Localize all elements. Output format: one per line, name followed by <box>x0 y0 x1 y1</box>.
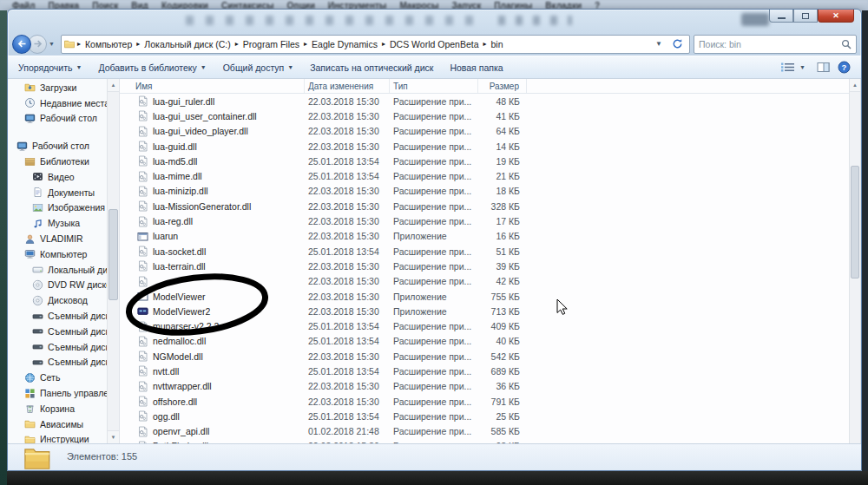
back-button[interactable] <box>12 35 31 54</box>
breadcrumb-segment[interactable]: bin <box>489 39 506 49</box>
file-date: 01.02.2018 21:48 <box>305 424 390 439</box>
close-button[interactable]: ✕ <box>818 10 854 23</box>
file-size: 791 КБ <box>478 394 527 409</box>
search-input[interactable] <box>699 39 841 49</box>
column-header-1[interactable]: Дата изменения <box>305 79 390 93</box>
file-row[interactable]: NGModel.dll22.03.2018 15:30Расширение пр… <box>120 349 849 364</box>
sidebar-item-корзина[interactable]: Корзина <box>8 401 107 416</box>
sidebar-item-музыка[interactable]: Музыка <box>8 215 107 231</box>
sidebar-item-инструкции[interactable]: Инструкции <box>8 432 107 443</box>
file-size: 64 КБ <box>478 124 527 139</box>
maximize-button[interactable] <box>793 10 818 23</box>
views-icon[interactable] <box>780 62 795 73</box>
sidebar-item-vladimir[interactable]: VLADIMIR <box>8 231 107 246</box>
file-row[interactable]: nedmalloc.dll25.01.2018 13:54Расширение … <box>120 334 849 349</box>
dll-file-icon <box>137 426 148 437</box>
file-row[interactable]: lua-reg.dll22.03.2018 15:30Расширение пр… <box>120 213 849 228</box>
file-row[interactable]: ogg.dll25.01.2018 13:54Расширение при...… <box>120 409 849 423</box>
sidebar-item-съемный-диск[interactable]: Съемный диск <box>8 324 107 339</box>
file-row[interactable]: nvtt.dll25.01.2018 13:54Расширение при..… <box>120 364 849 378</box>
sidebar-item-dvd-rw-диско[interactable]: DVD RW диско <box>8 278 107 293</box>
file-row[interactable]: lua-gui_ruler.dll22.03.2018 15:30Расшире… <box>120 94 849 108</box>
sidebar-item-рабочий-стол[interactable]: Рабочий стол <box>8 111 107 127</box>
file-name: luarun <box>153 231 178 241</box>
file-row[interactable]: openvr_api.dll01.02.2018 21:48Расширение… <box>120 424 849 439</box>
scroll-down-icon[interactable]: ▼ <box>108 430 119 443</box>
breadcrumb-segment[interactable]: DCS World OpenBeta <box>387 39 482 49</box>
sidebar-item-локальный-ди[interactable]: Локальный ди <box>8 262 107 278</box>
scrollbar-thumb[interactable] <box>108 209 118 300</box>
file-row[interactable]: lua-md5.dll25.01.2018 13:54Расширение пр… <box>120 154 849 168</box>
breadcrumb-segment[interactable]: Eagle Dynamics <box>309 39 380 49</box>
file-row[interactable]: lua-gui_video_player.dll22.03.2018 15:30… <box>120 124 849 139</box>
file-type: Приложение <box>390 229 478 244</box>
scrollbar-thumb[interactable] <box>851 166 859 279</box>
file-name: NGModel.dll <box>153 351 203 362</box>
sidebar-item-авиасимы[interactable]: Авиасимы <box>8 416 107 432</box>
breadcrumb-segment[interactable]: Компьютер <box>82 39 135 49</box>
sidebar-item-съемный-диск[interactable]: Съемный диск <box>8 339 107 355</box>
refresh-icon[interactable] <box>667 38 687 49</box>
file-row[interactable]: ModelViewer222.03.2018 15:30Приложение71… <box>120 304 849 318</box>
sidebar-item-документы[interactable]: Документы <box>8 185 107 200</box>
dll-file-icon <box>137 351 148 362</box>
file-type: Расширение при... <box>390 199 478 213</box>
sidebar-item-библиотеки[interactable]: Библиотеки <box>8 154 107 169</box>
preview-pane-icon[interactable] <box>817 62 830 73</box>
file-row[interactable]: offshore.dll22.03.2018 15:30Расширение п… <box>120 394 849 409</box>
file-row[interactable]: lua-terrain.dll22.03.2018 15:30Расширени… <box>120 259 849 273</box>
file-row[interactable]: 22.03.2018 15:30Расширение при...42 КБ <box>120 274 849 289</box>
toolbar-button[interactable]: Общий доступ▼ <box>223 62 293 73</box>
sidebar-scrollbar[interactable]: ▲ ▼ <box>107 79 120 443</box>
file-row[interactable]: luarun22.03.2018 15:30Приложение16 КБ <box>120 229 849 244</box>
minimize-button[interactable] <box>769 10 793 23</box>
file-row[interactable]: ModelViewer22.03.2018 15:30Приложение755… <box>120 289 849 304</box>
sidebar-item-дисковод[interactable]: Дисковод <box>8 292 107 308</box>
sidebar-item-label: Инструкции <box>40 434 89 443</box>
column-header-2[interactable]: Тип <box>390 79 478 93</box>
file-row[interactable]: lua-mime.dll25.01.2018 13:54Расширение п… <box>120 168 849 183</box>
sidebar-item-недавние-места[interactable]: Недавние места <box>8 95 107 111</box>
views-dropdown-icon[interactable]: ▼ <box>798 64 809 70</box>
sidebar-item-съемный-диск[interactable]: Съемный диск <box>8 308 107 324</box>
sidebar-item-загрузки[interactable]: Загрузки <box>8 80 107 95</box>
toolbar-button[interactable]: Записать на оптический диск <box>310 62 433 73</box>
address-bar[interactable]: ▸Компьютер▸Локальный диск (C:)▸Program F… <box>61 35 690 54</box>
column-header-3[interactable]: Размер <box>478 79 527 93</box>
file-type: Расширение при... <box>390 94 478 108</box>
file-name: lua-gui_video_player.dll <box>153 126 248 136</box>
scroll-up-icon[interactable]: ▲ <box>850 79 860 92</box>
help-icon[interactable]: ? <box>838 61 851 74</box>
sidebar-item-рабочий-стол[interactable]: Рабочий стол <box>8 138 107 154</box>
dropdown-icon: ▼ <box>201 64 207 70</box>
file-row[interactable]: lua-minizip.dll22.03.2018 15:30Расширени… <box>120 184 849 199</box>
sidebar-item-label: Изображения <box>48 202 105 213</box>
column-header-0[interactable]: Имя <box>120 79 305 93</box>
sidebar-item-видео[interactable]: Видео <box>8 169 107 185</box>
file-row[interactable]: lua-gui_user_container.dll22.03.2018 15:… <box>120 108 849 123</box>
file-row[interactable]: lua-MissionGenerator.dll22.03.2018 15:30… <box>120 199 849 213</box>
file-size: 17 КБ <box>478 213 527 228</box>
toolbar-button[interactable]: Добавить в библиотеку▼ <box>98 62 206 73</box>
scroll-up-icon[interactable]: ▲ <box>108 79 119 92</box>
filelist-scrollbar[interactable]: ▲ <box>849 79 861 443</box>
sidebar-item-компьютер[interactable]: Компьютер <box>8 246 107 262</box>
search-box[interactable] <box>694 35 857 54</box>
breadcrumb-segment[interactable]: Program Files <box>240 39 302 49</box>
sidebar-item-изображения[interactable]: Изображения <box>8 200 107 216</box>
local-disk-icon <box>32 264 43 275</box>
file-name: offshore.dll <box>153 397 197 407</box>
sidebar-item-сеть[interactable]: Сеть <box>8 370 107 385</box>
file-row[interactable]: lua-socket.dll25.01.2018 13:54Расширение… <box>120 244 849 259</box>
toolbar-button[interactable]: Новая папка <box>450 62 503 73</box>
address-dropdown-icon[interactable]: ▼ <box>650 40 667 48</box>
file-row[interactable]: muparser-v2.2.225.01.2018 13:54Расширени… <box>120 318 849 333</box>
desktop-icon <box>24 113 36 124</box>
file-row[interactable]: nvttwrapper.dll22.03.2018 15:30Расширени… <box>120 379 849 394</box>
recent-pages-dropdown[interactable]: ▼ <box>47 41 58 47</box>
sidebar-item-съемный-диск[interactable]: Съемный диск <box>8 355 107 370</box>
toolbar-button[interactable]: Упорядочить▼ <box>18 62 82 73</box>
file-row[interactable]: lua-guid.dll22.03.2018 15:30Расширение п… <box>120 139 849 154</box>
sidebar-item-панель-управле[interactable]: Панель управле <box>8 385 107 401</box>
breadcrumb-segment[interactable]: Локальный диск (C:) <box>141 39 233 49</box>
